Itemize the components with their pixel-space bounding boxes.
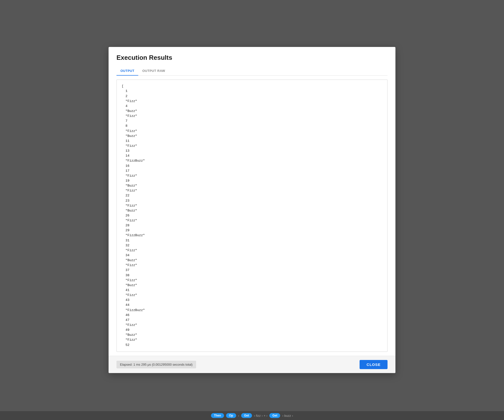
hint-arrow-3: › buzz › [282,414,293,418]
output-area[interactable]: [ 1 2 "Fizz" 4 "Buzz" "Fizz" 7 8 "Fizz" … [116,80,388,352]
modal-body: [ 1 2 "Fizz" 4 "Buzz" "Fizz" 7 8 "Fizz" … [109,76,395,356]
modal-title: Execution Results [116,54,388,62]
modal-overlay: Execution Results OUTPUT OUTPUT RAW [ 1 … [0,0,504,420]
hint-chip-get2[interactable]: Get [269,413,280,418]
hint-chip-then[interactable]: Then [211,413,224,418]
execution-results-modal: Execution Results OUTPUT OUTPUT RAW [ 1 … [109,47,395,373]
elapsed-text: Elapsed: 1 ms 295 μs (0.001295000 second… [116,361,196,368]
tab-output-raw[interactable]: OUTPUT RAW [138,66,169,76]
bottom-bar: Then Op › Get › fizz › + › Get › buzz › [0,411,504,420]
modal-footer: Elapsed: 1 ms 295 μs (0.001295000 second… [109,356,395,373]
hint-chip-op[interactable]: Op [226,413,236,418]
hint-arrow-1: › [238,414,239,418]
tab-output[interactable]: OUTPUT [116,66,138,76]
hint-arrow-2: › fizz › + › [254,414,268,418]
modal-header: Execution Results OUTPUT OUTPUT RAW [109,47,395,76]
tabs-container: OUTPUT OUTPUT RAW [116,66,388,76]
close-button[interactable]: CLOSE [360,360,388,369]
output-content: [ 1 2 "Fizz" 4 "Buzz" "Fizz" 7 8 "Fizz" … [122,84,382,347]
hint-chip-get[interactable]: Get [241,413,252,418]
